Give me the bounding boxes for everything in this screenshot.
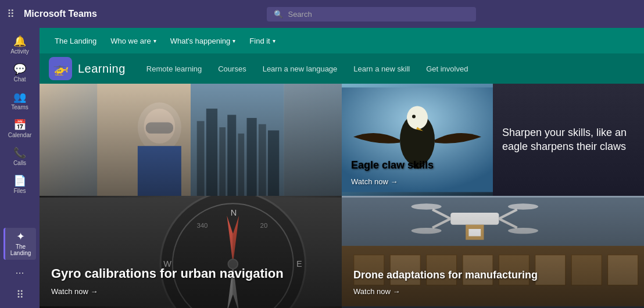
sidebar-item-apps[interactable]: ⠿: [3, 286, 36, 303]
nav-bar: The Landing Who we are ▾ What's happenin…: [40, 28, 644, 53]
card-overlay-tl: [40, 84, 342, 196]
drone-watch-now[interactable]: Watch now →: [353, 287, 400, 296]
sidebar-item-teams[interactable]: 👥 Teams: [3, 88, 36, 114]
chevron-findit-icon: ▾: [273, 38, 276, 44]
chevron-whathappening-icon: ▾: [232, 38, 235, 44]
card-gyro[interactable]: N S W E 340 20: [40, 196, 342, 308]
teams-icon: 👥: [13, 92, 26, 102]
sidebar-label-calendar: Calendar: [8, 132, 32, 138]
eagle-watch-now[interactable]: Watch now →: [351, 177, 398, 186]
content-area: The Landing Who we are ▾ What's happenin…: [40, 28, 644, 308]
apps-grid-icon[interactable]: ⠿: [7, 8, 15, 20]
app-nav-label-involved: Get involved: [426, 65, 468, 73]
sidebar-label-calls: Calls: [13, 160, 26, 166]
svg-point-17: [412, 115, 416, 119]
sidebar-item-chat[interactable]: 💬 Chat: [3, 60, 36, 86]
search-input[interactable]: [288, 10, 469, 19]
drone-title: Drone adaptations for manufacturing: [353, 269, 632, 281]
search-box: 🔍: [267, 7, 476, 22]
chat-icon: 💬: [13, 64, 26, 74]
calendar-icon: 📅: [13, 120, 26, 130]
app-nav-label-remote: Remote learning: [146, 65, 202, 73]
eagle-title: Eagle claw skills: [351, 159, 484, 171]
app-nav-label-skill: Learn a new skill: [353, 65, 410, 73]
files-icon: 📄: [13, 176, 26, 186]
eagle-text-area: Sharpen your skills, like an eagle sharp…: [493, 84, 644, 196]
app-nav-skill[interactable]: Learn a new skill: [346, 62, 417, 76]
app-nav-label-language: Learn a new language: [263, 65, 338, 73]
sidebar-item-thelanding[interactable]: ✦ The Landing: [3, 228, 36, 260]
sidebar-label-teams: Teams: [11, 104, 28, 110]
thelanding-icon: ✦: [16, 231, 25, 242]
app-nav-involved[interactable]: Get involved: [419, 62, 475, 76]
app-nav-language[interactable]: Learn a new language: [256, 62, 345, 76]
card-drone[interactable]: Drone adaptations for manufacturing Watc…: [342, 196, 644, 308]
sidebar: 🔔 Activity 💬 Chat 👥 Teams 📅 Calendar 📞 C…: [0, 28, 40, 308]
calls-icon: 📞: [13, 148, 26, 158]
sidebar-item-activity[interactable]: 🔔 Activity: [3, 33, 36, 58]
gyro-watch-now[interactable]: Watch now →: [51, 287, 98, 296]
nav-label-whoweare: Who we are: [110, 37, 151, 45]
app-name: Learning: [78, 62, 126, 76]
sharpen-text: Sharpen your skills, like an eagle sharp…: [502, 126, 635, 153]
gyro-title: Gyro calibrations for urban navigation: [51, 266, 330, 281]
sidebar-label-chat: Chat: [13, 76, 26, 83]
app-logo-icon: 🚁: [49, 57, 72, 80]
app-header: 🚁 Learning Remote learning Courses Learn…: [40, 53, 644, 84]
search-icon: 🔍: [274, 10, 283, 19]
chevron-whoweare-icon: ▾: [153, 38, 156, 44]
sidebar-label-files: Files: [13, 188, 26, 194]
app-nav: Remote learning Courses Learn a new lang…: [139, 62, 635, 76]
main-layout: 🔔 Activity 💬 Chat 👥 Teams 📅 Calendar 📞 C…: [0, 28, 644, 308]
gyro-card-content: Gyro calibrations for urban navigation W…: [40, 257, 342, 308]
app-nav-courses[interactable]: Courses: [211, 62, 253, 76]
nav-item-thelanding[interactable]: The Landing: [49, 33, 102, 49]
app-nav-remote[interactable]: Remote learning: [139, 62, 209, 76]
nav-item-whoweare[interactable]: Who we are ▾: [105, 33, 162, 49]
svg-point-16: [407, 106, 428, 130]
activity-icon: 🔔: [13, 36, 26, 46]
sidebar-item-files[interactable]: 📄 Files: [3, 172, 36, 198]
sidebar-item-calls[interactable]: 📞 Calls: [3, 144, 36, 170]
nav-item-findit[interactable]: Find it ▾: [244, 33, 281, 49]
drone-card-content: Drone adaptations for manufacturing Watc…: [342, 260, 644, 308]
sidebar-label-thelanding: The Landing: [8, 243, 34, 256]
nav-item-whathappening[interactable]: What's happening ▾: [164, 33, 242, 49]
card-student-city[interactable]: [40, 84, 342, 196]
drone-logo-icon: 🚁: [53, 61, 69, 76]
hero-grid: Sharpen your skills, like an eagle sharp…: [40, 84, 644, 308]
sidebar-item-calendar[interactable]: 📅 Calendar: [3, 116, 36, 142]
app-title: Microsoft Teams: [24, 9, 97, 19]
nav-label-findit: Find it: [249, 37, 270, 45]
apps-icon: ⠿: [16, 289, 24, 300]
sidebar-label-activity: Activity: [10, 48, 29, 55]
card-eagle[interactable]: Sharpen your skills, like an eagle sharp…: [342, 84, 644, 196]
eagle-card-content: Eagle claw skills Watch now →: [342, 152, 493, 196]
nav-label-thelanding: The Landing: [55, 37, 96, 45]
top-bar: ⠿ Microsoft Teams 🔍: [0, 0, 644, 28]
sidebar-more-button[interactable]: ···: [10, 262, 28, 284]
app-logo: 🚁 Learning: [49, 57, 126, 80]
nav-label-whathappening: What's happening: [170, 37, 231, 45]
app-nav-label-courses: Courses: [218, 65, 246, 73]
